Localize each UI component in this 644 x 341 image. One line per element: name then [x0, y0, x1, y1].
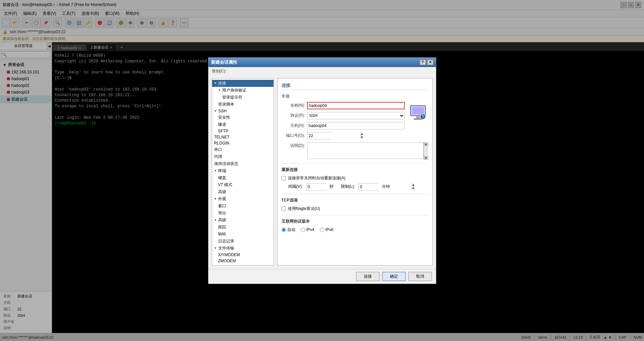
limit-up-btn[interactable]: ▲ [412, 183, 415, 187]
reconnect-checkbox[interactable] [282, 176, 286, 180]
dlg-tree-advanced-terminal-label: 高级 [218, 189, 226, 195]
dlg-tree-window[interactable]: 窗口 [212, 203, 274, 210]
scrollbar-up[interactable]: ▲ [424, 142, 428, 146]
ip-v6-label: IPv6 [326, 227, 334, 232]
port-spinner-btns: ▲ ▼ [360, 132, 363, 139]
host-input[interactable] [307, 122, 405, 129]
dlg-tree-xymodem[interactable]: X/YMODEM [212, 252, 274, 258]
dlg-tree-telnet[interactable]: TELNET [212, 134, 274, 140]
dlg-tree-terminal-label: 终端 [218, 168, 226, 174]
ip-v6-item: IPv6 [320, 227, 334, 232]
ip-auto-radio[interactable] [282, 228, 286, 232]
dlg-tree-bell-label: 响铃 [218, 231, 226, 237]
dlg-tree-advanced-terminal[interactable]: 高级 [212, 188, 274, 195]
dlg-tree-zmodem[interactable]: ZMODEM [212, 258, 274, 264]
desc-textarea[interactable] [307, 142, 424, 159]
dlg-tree-login-prompt[interactable]: 登录提示符 [212, 94, 274, 101]
dlg-tree-terminal[interactable]: ▼ 终端 [212, 167, 274, 174]
reconnect-checkbox-row: 连接异常关闭时自动重新连接(A) [282, 175, 428, 181]
dlg-tree-serial[interactable]: 串口 [212, 146, 274, 153]
dlg-tree-appearance[interactable]: ▼ 外观 [212, 195, 274, 203]
port-input[interactable] [307, 132, 360, 139]
dialog-titlebar: 新建会话属性 ? ✕ [208, 58, 436, 67]
limit-unit: 分钟 [382, 184, 390, 189]
dlg-tree-filetransfer[interactable]: ▼ 文件传输 [212, 245, 274, 252]
tcp-heading: TCP选项 [282, 197, 428, 203]
network-icon: ? [408, 103, 428, 123]
dlg-tree-vt[interactable]: VT 模式 [212, 181, 274, 188]
form-row-protocol: 协议(P): SSH TELNET RLOGIN SFTP [282, 112, 405, 119]
dialog-body: ▼ 连接 ▼ 用户身份验证 登录提示符 登录脚本 ▼ SSH [208, 75, 436, 269]
name-input[interactable] [307, 102, 405, 109]
dlg-tree-bell[interactable]: 响铃 [212, 231, 274, 238]
desc-scrollbar[interactable]: ▲ ▼ [424, 142, 428, 160]
dlg-tree-trace[interactable]: 跟踪 [212, 224, 274, 231]
dlg-tree-logging[interactable]: 日志记录 [212, 238, 274, 245]
scrollbar-track [424, 146, 428, 156]
dialog-category-row: 类别(C): [208, 67, 436, 75]
dialog-overlay: 新建会话属性 ? ✕ 类别(C): ▼ 连接 ▼ 用户身份验证 [0, 0, 644, 341]
limit-spinner[interactable]: ▲ ▼ [358, 183, 379, 190]
dlg-tree-keyboard-label: 键盘 [218, 175, 226, 181]
dlg-tree-keyboard[interactable]: 键盘 [212, 174, 274, 181]
dlg-tree-advanced-label: 高级 [218, 217, 226, 223]
cancel-button[interactable]: 取消 [408, 272, 432, 281]
section-divider-3 [282, 215, 428, 215]
ok-button[interactable]: 确定 [382, 272, 406, 281]
interval-spinner[interactable]: ▲ ▼ [306, 183, 326, 190]
dialog-close-button[interactable]: ✕ [427, 60, 433, 65]
dialog-tree: ▼ 连接 ▼ 用户身份验证 登录提示符 登录脚本 ▼ SSH [212, 78, 274, 266]
folder-arrow-appearance: ▼ [214, 197, 217, 201]
dlg-tree-telnet-label: TELNET [214, 135, 230, 139]
svg-text:?: ? [422, 115, 424, 119]
nagle-checkbox-row: 使用Nagle算法(U) [282, 206, 428, 212]
dlg-tree-security[interactable]: 安全性 [212, 114, 274, 121]
name-label: 名称(N): [282, 103, 305, 108]
ip-auto-item: 自动 [282, 227, 295, 233]
section-general: 常规 [282, 94, 428, 99]
dialog-content-panel: 连接 常规 名称(N): 协议(P): SSH TELNET [277, 78, 433, 266]
ip-v4-label: IPv4 [306, 227, 314, 232]
ip-v4-item: IPv4 [301, 227, 314, 232]
desc-label: 说明(D): [282, 143, 305, 149]
dlg-tree-vt-label: VT 模式 [218, 182, 232, 188]
dlg-tree-highlight[interactable]: 突出 [212, 210, 274, 217]
dialog-help-button[interactable]: ? [420, 60, 426, 65]
dlg-tree-keepalive[interactable]: 保持活动状态 [212, 160, 274, 167]
dlg-tree-ssh-label: SSH [218, 109, 227, 113]
dlg-tree-trace-label: 跟踪 [218, 224, 226, 230]
port-spinner[interactable]: ▲ ▼ [307, 132, 331, 139]
scrollbar-down[interactable]: ▼ [424, 156, 428, 160]
dlg-tree-zmodem-label: ZMODEM [218, 259, 236, 263]
dialog-footer: 连接 确定 取消 [208, 269, 436, 284]
folder-arrow-terminal: ▼ [214, 169, 217, 172]
dlg-tree-sftp[interactable]: SFTP [212, 128, 274, 134]
dlg-tree-connect[interactable]: ▼ 连接 [212, 80, 274, 87]
limit-down-btn[interactable]: ▼ [412, 187, 415, 190]
dlg-tree-advanced[interactable]: ▼ 高级 [212, 217, 274, 224]
dlg-tree-auth-label: 用户身份验证 [222, 88, 246, 93]
dlg-tree-ssh[interactable]: ▼ SSH [212, 108, 274, 114]
reconnect-interval-row: 间隔(V): ▲ ▼ 秒 限制(L): ▲ ▼ [288, 183, 428, 190]
reconnect-checkbox-label: 连接异常关闭时自动重新连接(A) [288, 175, 346, 181]
dlg-tree-proxy[interactable]: 代理 [212, 153, 274, 160]
port-down-btn[interactable]: ▼ [361, 136, 363, 139]
limit-spinner-btns: ▲ ▼ [412, 183, 415, 190]
ip-v4-radio[interactable] [301, 228, 305, 232]
nagle-checkbox[interactable] [282, 207, 286, 211]
dlg-tree-xymodem-label: X/YMODEM [218, 252, 240, 257]
dlg-tree-rlogin[interactable]: RLOGIN [212, 140, 274, 146]
interval-unit: 秒 [330, 184, 334, 189]
port-up-btn[interactable]: ▲ [361, 132, 363, 136]
dlg-tree-filetransfer-label: 文件传输 [218, 245, 234, 251]
dlg-tree-security-label: 安全性 [218, 115, 230, 120]
port-label: 端口号(O): [282, 133, 305, 138]
ip-v6-radio[interactable] [320, 228, 324, 232]
dlg-tree-auth[interactable]: ▼ 用户身份验证 [212, 87, 274, 94]
svg-rect-1 [412, 107, 424, 114]
protocol-select[interactable]: SSH TELNET RLOGIN SFTP [307, 112, 405, 119]
dlg-tree-tunnel[interactable]: 隧道 [212, 121, 274, 128]
dlg-tree-login-script[interactable]: 登录脚本 [212, 101, 274, 108]
dlg-tree-rlogin-label: RLOGIN [214, 141, 230, 146]
connect-button[interactable]: 连接 [356, 272, 380, 281]
